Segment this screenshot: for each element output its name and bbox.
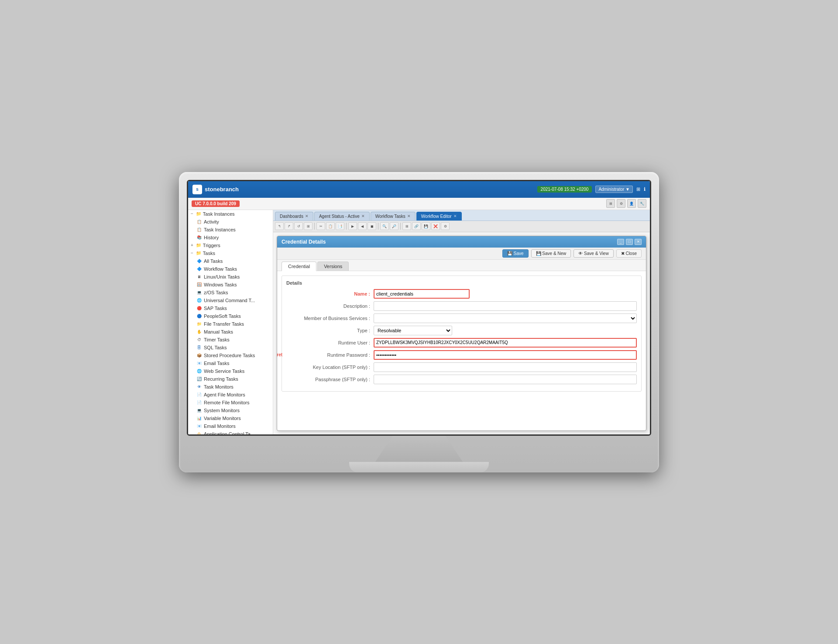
toolbar-btn-4[interactable]: ⊞ (304, 222, 313, 230)
toolbar-btn-8[interactable]: ▶ (348, 222, 357, 230)
sidebar-item-linux-tasks[interactable]: 🖥 Linux/Unix Tasks (188, 273, 273, 281)
toolbar-btn-7[interactable]: 📑 (336, 222, 344, 230)
business-services-select[interactable] (374, 313, 637, 323)
sidebar-label-web-service: Web Service Tasks (204, 368, 244, 374)
sidebar-item-agent-file-monitors[interactable]: 📄 Agent File Monitors (188, 391, 273, 399)
monitor-bezel: s stonebranch 2021-07-08 15:32 +0200 Adm… (179, 172, 659, 472)
tab-workflow-editor[interactable]: Workflow Editor ✕ (416, 212, 462, 220)
sidebar-item-task-monitors[interactable]: 👁 Task Monitors (188, 383, 273, 391)
type-label: Type : (286, 328, 374, 333)
toolbar-btn-1[interactable]: ↰ (275, 222, 284, 230)
sidebar-item-zos-tasks[interactable]: 💻 z/OS Tasks (188, 289, 273, 296)
sidebar-item-email-monitors[interactable]: 📧 Email Monitors (188, 422, 273, 430)
sidebar-item-task-instances[interactable]: 📋 Task Instances (188, 226, 273, 234)
sidebar-item-history[interactable]: 📚 History (188, 234, 273, 241)
sidebar-item-manual-tasks[interactable]: ✋ Manual Tasks (188, 328, 273, 336)
tab-credential[interactable]: Credential (282, 262, 316, 271)
uc-version-badge: UC 7.0.0.0 build 209 (192, 200, 240, 207)
tab-workflow-tasks[interactable]: Workflow Tasks ✕ (371, 212, 416, 220)
type-select[interactable]: Resolvable (374, 326, 452, 335)
sidebar-label-file-transfer: File Transfer Tasks (204, 321, 244, 327)
sidebar-item-web-service[interactable]: 🌐 Web Service Tasks (188, 367, 273, 375)
sidebar-item-all-tasks[interactable]: 🔷 All Tasks (188, 257, 273, 265)
stored-procedure-icon: 📦 (196, 352, 202, 358)
sidebar-folder-task-instances[interactable]: − 📁 Task Instances (188, 210, 273, 218)
sidebar-item-recurring-tasks[interactable]: 🔄 Recurring Tasks (188, 375, 273, 383)
sidebar-item-app-control[interactable]: ⚙ Application Control Ta... (188, 430, 273, 434)
sidebar-item-sql-tasks[interactable]: 🗄 SQL Tasks (188, 344, 273, 351)
sidebar-item-stored-procedure[interactable]: 📦 Stored Procedure Tasks (188, 351, 273, 359)
toolbar-btn-zoom-in[interactable]: 🔍 (380, 222, 389, 230)
sidebar-item-variable-monitors[interactable]: 📊 Variable Monitors (188, 414, 273, 422)
close-button[interactable]: ✖ Close (616, 249, 642, 258)
sidebar-label-email-tasks: Email Tasks (204, 361, 229, 366)
key-location-label: Key Location (SFTP only) : (286, 365, 374, 370)
sidebar-item-universal-command[interactable]: 🌐 Universal Command T... (188, 296, 273, 304)
save-view-button[interactable]: 👁 Save & View (574, 249, 613, 258)
passphrase-input[interactable] (374, 375, 637, 384)
nav-home-btn[interactable]: ⊞ (606, 199, 615, 208)
runtime-password-input[interactable] (374, 350, 637, 360)
dialog-close-btn[interactable]: ✕ (635, 239, 642, 245)
nav-person-btn[interactable]: 👤 (627, 199, 636, 208)
tab-agent-status-close[interactable]: ✕ (361, 214, 365, 218)
sidebar-item-sap-tasks[interactable]: 🔴 SAP Tasks (188, 304, 273, 312)
sidebar-item-windows-tasks[interactable]: 🪟 Windows Tasks (188, 281, 273, 289)
tab-agent-status[interactable]: Agent Status - Active ✕ (314, 212, 370, 220)
tab-dashboards[interactable]: Dashboards ✕ (275, 212, 313, 220)
runtime-user-input[interactable] (374, 338, 637, 348)
key-location-input[interactable] (374, 362, 637, 372)
dialog-maximize-btn[interactable]: □ (626, 239, 633, 245)
name-input[interactable] (374, 289, 470, 299)
main-layout: − 📁 Task Instances 📋 Activity 📋 Task Ins… (188, 210, 650, 434)
save-button[interactable]: 💾 Save (502, 249, 529, 258)
toolbar-btn-zoom-out[interactable]: 🔎 (390, 222, 398, 230)
dialog-controls: _ □ ✕ (617, 239, 642, 245)
sidebar-item-timer-tasks[interactable]: ⏱ Timer Tasks (188, 336, 273, 344)
tab-workflow-editor-label: Workflow Editor (421, 214, 452, 219)
save-new-button[interactable]: 💾 Save & New (531, 249, 571, 258)
form-row-key-location: Key Location (SFTP only) : (286, 362, 637, 372)
tab-workflow-tasks-close[interactable]: ✕ (407, 214, 411, 218)
toolbar-btn-grid[interactable]: ⊞ (402, 222, 411, 230)
toolbar-btn-3[interactable]: ↺ (294, 222, 303, 230)
toolbar-btn-link[interactable]: 🔗 (412, 222, 421, 230)
sidebar-item-activity[interactable]: 📋 Activity (188, 218, 273, 226)
toolbar-btn-9[interactable]: ◀ (358, 222, 367, 230)
toolbar-btn-2[interactable]: ↱ (285, 222, 293, 230)
nav-settings-btn[interactable]: 🔧 (638, 199, 646, 208)
dialog-minimize-btn[interactable]: _ (617, 239, 624, 245)
toolbar-btn-save[interactable]: 💾 (422, 222, 430, 230)
sidebar-label-agent-file-monitors: Agent File Monitors (204, 392, 245, 397)
workflow-tasks-icon: 🔷 (196, 266, 202, 272)
toolbar-btn-settings[interactable]: ⚙ (441, 222, 450, 230)
screen-area: s stonebranch 2021-07-08 15:32 +0200 Adm… (187, 180, 651, 436)
tab-versions[interactable]: Versions (317, 262, 349, 271)
tab-dashboards-close[interactable]: ✕ (305, 214, 309, 218)
toolbar-btn-10[interactable]: ◼ (367, 222, 376, 230)
top-bar: s stonebranch 2021-07-08 15:32 +0200 Adm… (188, 181, 650, 198)
tab-workflow-editor-close[interactable]: ✕ (453, 214, 457, 218)
sidebar-folder-tasks[interactable]: − 📁 Tasks (188, 249, 273, 257)
sidebar-label-task-instances: Task Instances (203, 211, 235, 217)
dialog-overlay: Credential Details _ □ ✕ 💾 Save (273, 232, 650, 434)
sidebar-item-remote-file-monitors[interactable]: 📄 Remote File Monitors (188, 399, 273, 406)
toolbar-btn-5[interactable]: ✂ (316, 222, 325, 230)
folder-icon-triggers: 📁 (196, 243, 201, 248)
sidebar-item-file-transfer[interactable]: 📁 File Transfer Tasks (188, 320, 273, 328)
sidebar-item-email-tasks[interactable]: 📧 Email Tasks (188, 359, 273, 367)
admin-dropdown[interactable]: Administrator ▼ (595, 186, 633, 193)
sidebar-item-system-monitors[interactable]: 💻 System Monitors (188, 406, 273, 414)
dialog-body: Details Name : Description (277, 271, 646, 430)
description-input[interactable] (374, 301, 637, 311)
nav-gear-btn[interactable]: ⚙ (617, 199, 625, 208)
sidebar-item-peoplesoft-tasks[interactable]: 🔵 PeopleSoft Tasks (188, 312, 273, 320)
sidebar-item-workflow-tasks[interactable]: 🔷 Workflow Tasks (188, 265, 273, 273)
dialog-actions: 💾 Save 💾 Save & New 👁 Save & View ✖ Clos… (277, 248, 646, 260)
toolbar-btn-close[interactable]: ❌ (431, 222, 440, 230)
sidebar-label-task-monitors: Task Monitors (204, 384, 234, 389)
toolbar-btn-6[interactable]: 📋 (326, 222, 335, 230)
email-tasks-icon: 📧 (196, 360, 202, 366)
datetime-badge: 2021-07-08 15:32 +0200 (537, 186, 592, 193)
sidebar-folder-triggers[interactable]: + 📁 Triggers (188, 241, 273, 249)
